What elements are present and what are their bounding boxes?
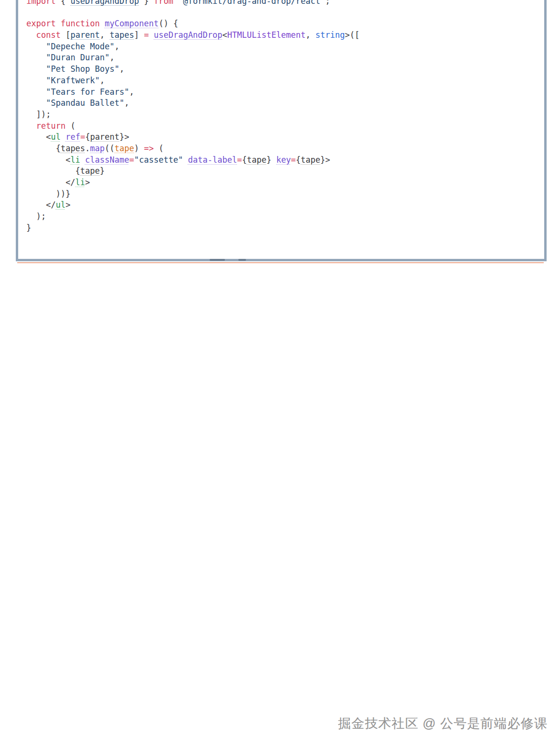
code-line: <ul ref={parent}> bbox=[26, 132, 544, 143]
code-line bbox=[26, 7, 544, 19]
cut-off-content-smudge bbox=[210, 259, 225, 261]
code-line: "Duran Duran", bbox=[26, 52, 544, 64]
code-line: </ul> bbox=[26, 200, 544, 211]
code-line: "Tears for Fears", bbox=[26, 87, 544, 98]
code-line: "Kraftwerk", bbox=[26, 75, 544, 87]
code-line: import { useDragAndDrop } from "@formkit… bbox=[26, 0, 544, 7]
watermark-text: 掘金技术社区 @ 公号是前端必修课 bbox=[338, 715, 548, 732]
code-line: export function myComponent() { bbox=[26, 18, 544, 30]
code-line: {tape} bbox=[26, 166, 544, 177]
code-line: "Pet Shop Boys", bbox=[26, 64, 544, 75]
code-line: "Depeche Mode", bbox=[26, 41, 544, 53]
code-snippet-box: import { useDragAndDrop } from "@formkit… bbox=[16, 0, 547, 261]
code-line: <li className="cassette" data-label={tap… bbox=[26, 155, 544, 166]
code-line: } bbox=[26, 223, 544, 234]
code-line: const [parent, tapes] = useDragAndDrop<H… bbox=[26, 30, 544, 41]
cut-off-content-smudge bbox=[238, 259, 246, 261]
cut-off-next-content-divider bbox=[17, 262, 544, 263]
code-line: ); bbox=[26, 211, 544, 223]
code-line: "Spandau Ballet", bbox=[26, 98, 544, 109]
code-line: </li> bbox=[26, 177, 544, 189]
code-line: ))} bbox=[26, 189, 544, 200]
code-line: return ( bbox=[26, 121, 544, 132]
code-line: {tapes.map((tape) => ( bbox=[26, 143, 544, 155]
code-line: ]); bbox=[26, 109, 544, 121]
code-snippet: import { useDragAndDrop } from "@formkit… bbox=[18, 0, 544, 234]
